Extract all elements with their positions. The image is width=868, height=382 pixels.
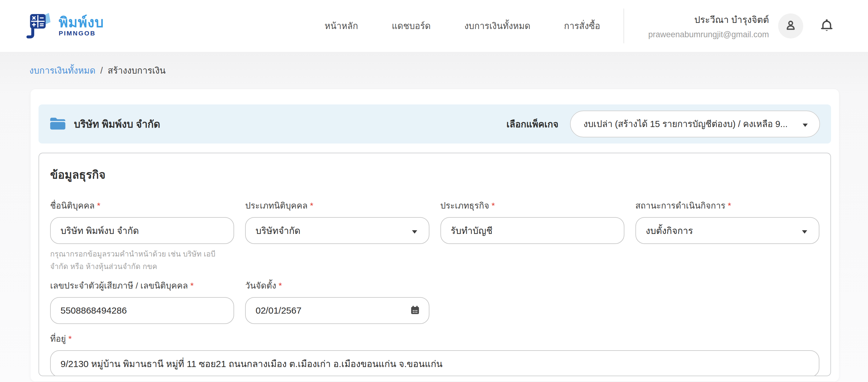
breadcrumb-current: สร้างงบการเงิน: [107, 64, 166, 77]
tax-id-input[interactable]: [50, 297, 234, 324]
package-group: เลือกแพ็คเกจ งบเปล่า (สร้างได้ 15 รายการ…: [506, 110, 820, 137]
section-title: ข้อมูลธุรกิจ: [50, 166, 819, 183]
package-select-label: เลือกแพ็คเกจ: [506, 117, 558, 131]
chevron-down-icon: [412, 225, 417, 236]
page-background: งบการเงินทั้งหมด / สร้างงบการเงิน บริษัท…: [0, 52, 868, 382]
required-mark: *: [190, 281, 194, 290]
notifications-button[interactable]: [818, 18, 835, 34]
business-info-section: ข้อมูลธุรกิจ ชื่อนิติบุคคล* กรุณากรอกข้อ…: [38, 153, 831, 376]
folder-icon: [50, 116, 66, 132]
established-date-label: วันจัดตั้ง*: [245, 279, 429, 292]
nav-item-statements[interactable]: งบการเงินทั้งหมด: [464, 19, 530, 33]
field-tax-id: เลขประจำตัวผู้เสียภาษี / เลขนิติบุคคล*: [50, 279, 234, 324]
package-select[interactable]: งบเปล่า (สร้างได้ 15 รายการบัญชีต่องบ) /…: [570, 110, 820, 137]
pimngob-logo-icon: [26, 11, 53, 41]
breadcrumb-separator: /: [100, 66, 103, 76]
required-mark: *: [728, 201, 731, 210]
entity-name-helper: กรุณากรอกข้อมูลรวมคำนำหน้าด้วย เช่น บริษ…: [50, 248, 234, 273]
form-row-2: เลขประจำตัวผู้เสียภาษี / เลขนิติบุคคล* ว…: [50, 279, 819, 324]
operation-status-value: งบตั้งกิจการ: [646, 223, 693, 238]
entity-type-label: ประเภทนิติบุคคล*: [245, 199, 429, 212]
form-row-3: ที่อยู่*: [50, 332, 819, 376]
breadcrumb-parent-link[interactable]: งบการเงินทั้งหมด: [29, 64, 95, 77]
operation-status-label: สถานะการดำเนินกิจการ*: [636, 199, 819, 212]
main-nav: หน้าหลัก แดชบอร์ด งบการเงินทั้งหมด การสั…: [324, 0, 600, 52]
field-entity-name: ชื่อนิติบุคคล* กรุณากรอกข้อมูลรวมคำนำหน้…: [50, 199, 234, 273]
established-date-input[interactable]: [245, 297, 429, 324]
brand-logo[interactable]: พิมพ์งบ PIMNGOB: [26, 11, 104, 41]
business-type-input[interactable]: [440, 217, 624, 244]
brand-name-thai: พิมพ์งบ: [59, 15, 104, 30]
entity-name-label: ชื่อนิติบุคคล*: [50, 199, 234, 212]
entity-type-value: บริษัทจำกัด: [255, 223, 301, 238]
form-row-1: ชื่อนิติบุคคล* กรุณากรอกข้อมูลรวมคำนำหน้…: [50, 199, 819, 273]
operation-status-select[interactable]: งบตั้งกิจการ: [636, 217, 819, 244]
address-label: ที่อยู่*: [50, 332, 819, 345]
user-name: ประวีณา บำรุงจิตต์: [694, 12, 769, 27]
required-mark: *: [310, 201, 313, 210]
create-statement-card: บริษัท พิมพ์งบ จำกัด เลือกแพ็คเกจ งบเปล่…: [31, 89, 839, 381]
breadcrumb: งบการเงินทั้งหมด / สร้างงบการเงิน: [0, 52, 868, 89]
chevron-down-icon: [802, 225, 807, 236]
tax-id-label: เลขประจำตัวผู้เสียภาษี / เลขนิติบุคคล*: [50, 279, 234, 292]
required-mark: *: [68, 334, 72, 344]
chevron-down-icon: [803, 119, 808, 129]
user-info: ประวีณา บำรุงจิตต์ praweenabumrungjit@gm…: [648, 12, 769, 39]
nav-item-orders[interactable]: การสั่งซื้อ: [564, 19, 600, 33]
company-header-band: บริษัท พิมพ์งบ จำกัด เลือกแพ็คเกจ งบเปล่…: [38, 104, 831, 143]
business-type-label: ประเภทธุรกิจ*: [440, 199, 624, 212]
person-icon: [784, 18, 798, 34]
company-name: บริษัท พิมพ์งบ จำกัด: [74, 116, 160, 132]
package-select-value: งบเปล่า (สร้างได้ 15 รายการบัญชีต่องบ) /…: [584, 117, 787, 131]
nav-divider: [623, 8, 624, 43]
field-entity-type: ประเภทนิติบุคคล* บริษัทจำกัด: [245, 199, 429, 244]
required-mark: *: [279, 281, 282, 290]
field-established-date: วันจัดตั้ง*: [245, 279, 429, 324]
profile-button[interactable]: [778, 13, 803, 38]
address-input[interactable]: [50, 350, 819, 376]
entity-type-select[interactable]: บริษัทจำกัด: [245, 217, 429, 244]
user-email: praweenabumrungjit@gmail.com: [648, 30, 769, 39]
required-mark: *: [97, 201, 100, 210]
calendar-icon[interactable]: [410, 305, 420, 316]
nav-item-dashboard[interactable]: แดชบอร์ด: [392, 19, 431, 33]
top-navbar: พิมพ์งบ PIMNGOB หน้าหลัก แดชบอร์ด งบการเ…: [0, 0, 868, 52]
field-business-type: ประเภทธุรกิจ*: [440, 199, 624, 244]
required-mark: *: [492, 201, 495, 210]
field-operation-status: สถานะการดำเนินกิจการ* งบตั้งกิจการ: [636, 199, 819, 244]
bell-icon: [819, 18, 834, 34]
nav-item-home[interactable]: หน้าหลัก: [324, 19, 358, 33]
brand-name-en: PIMNGOB: [59, 30, 104, 37]
entity-name-input[interactable]: [50, 217, 234, 244]
